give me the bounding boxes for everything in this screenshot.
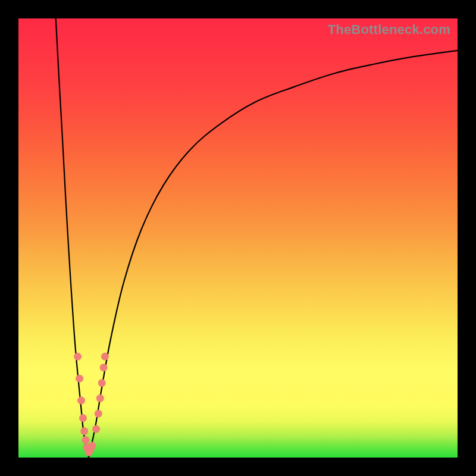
valley-marker	[76, 375, 83, 383]
valley-marker	[80, 427, 88, 435]
valley-markers	[74, 353, 109, 456]
curve-left-branch	[56, 18, 89, 458]
valley-marker	[95, 410, 102, 418]
valley-marker	[88, 442, 96, 450]
chart-svg	[18, 18, 458, 458]
curve-right-branch	[89, 51, 458, 458]
valley-marker	[92, 425, 100, 433]
valley-marker	[96, 394, 104, 402]
valley-marker	[82, 436, 89, 444]
valley-marker	[79, 414, 87, 422]
plot-area: TheBottleneck.com	[18, 18, 458, 458]
valley-marker	[74, 353, 82, 361]
valley-marker	[98, 379, 106, 387]
chart-frame: TheBottleneck.com	[0, 0, 476, 476]
valley-marker	[77, 397, 85, 405]
valley-marker	[101, 353, 109, 361]
valley-marker	[100, 364, 108, 371]
